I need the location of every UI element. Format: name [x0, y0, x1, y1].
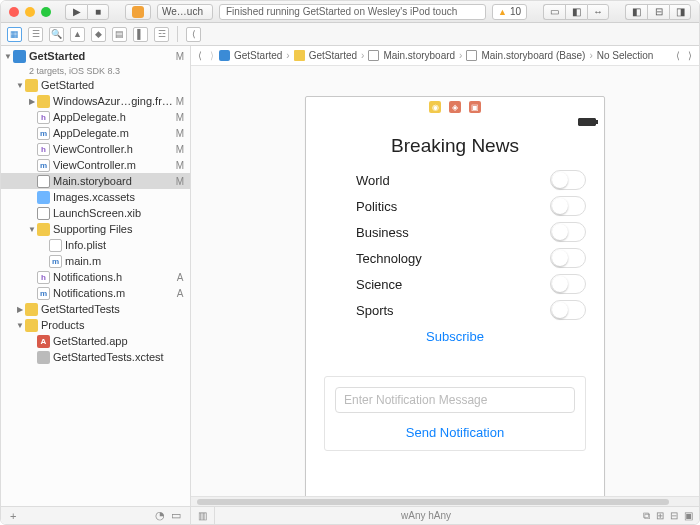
file-row[interactable]: ▼Supporting Files — [1, 221, 190, 237]
file-row[interactable]: mmain.m — [1, 253, 190, 269]
scene-dock[interactable]: ◉ ◈ ▣ — [306, 97, 604, 117]
recent-filter-icon[interactable]: ◔ — [155, 509, 165, 522]
xib-icon — [37, 207, 50, 220]
root-view[interactable]: Breaking News WorldPoliticsBusinessTechn… — [306, 129, 604, 496]
vc-icon[interactable]: ◉ — [429, 101, 441, 113]
crumb-1[interactable]: GetStarted — [309, 50, 357, 61]
issue-navigator-icon[interactable]: ▲ — [70, 27, 85, 42]
breakpoint-navigator-icon[interactable]: ▌ — [133, 27, 148, 42]
constraints-align-button[interactable]: ⊞ — [656, 510, 664, 522]
category-switch[interactable] — [550, 274, 586, 294]
category-switch[interactable] — [550, 248, 586, 268]
ib-canvas[interactable]: ◉ ◈ ▣ Breaking News WorldPoliticsBusines… — [191, 66, 699, 496]
file-row[interactable]: mViewController.mM — [1, 157, 190, 173]
scheme-icon — [132, 6, 144, 18]
right-panel-toggle[interactable]: ◨ — [669, 4, 691, 20]
category-switch[interactable] — [550, 300, 586, 320]
crumb-2[interactable]: Main.storyboard — [383, 50, 455, 61]
subscribe-button[interactable]: Subscribe — [324, 329, 586, 344]
size-class-control[interactable]: wAny hAny — [215, 510, 637, 521]
version-editor-button[interactable]: ↔ — [587, 4, 609, 20]
navigator-filter-bar: + ◔ ▭ — [1, 506, 190, 524]
prev-item-button[interactable]: ⟨ — [673, 50, 683, 61]
file-row[interactable]: mAppDelegate.mM — [1, 125, 190, 141]
history-back-button[interactable]: ⟨ — [195, 50, 205, 61]
standard-editor-button[interactable]: ▭ — [543, 4, 565, 20]
file-row[interactable]: ▼GetStarted — [1, 77, 190, 93]
disclosure-icon[interactable]: ▼ — [15, 321, 25, 330]
bottom-panel-toggle[interactable]: ⊟ — [647, 4, 669, 20]
next-item-button[interactable]: ⟩ — [685, 50, 695, 61]
file-row[interactable]: Images.xcassets — [1, 189, 190, 205]
test-navigator-icon[interactable]: ◆ — [91, 27, 106, 42]
main-split: ▼ GetStarted M 2 targets, iOS SDK 8.3 ▼G… — [1, 46, 699, 524]
file-row[interactable]: Main.storyboardM — [1, 173, 190, 189]
add-button[interactable]: + — [10, 510, 16, 522]
disclosure-icon[interactable]: ▶ — [15, 305, 25, 314]
file-row[interactable]: GetStartedTests.xctest — [1, 349, 190, 365]
disclosure-icon[interactable]: ▼ — [27, 225, 37, 234]
file-tree[interactable]: ▼ GetStarted M 2 targets, iOS SDK 8.3 ▼G… — [1, 46, 190, 506]
scm-status: A — [174, 288, 186, 299]
file-row[interactable]: Info.plist — [1, 237, 190, 253]
crumb-4[interactable]: No Selection — [597, 50, 654, 61]
scrollbar-thumb[interactable] — [197, 499, 669, 505]
constraints-resolve-button[interactable]: ⧉ — [643, 510, 650, 522]
run-button[interactable]: ▶ — [65, 4, 87, 20]
category-switch[interactable] — [550, 170, 586, 190]
first-responder-icon[interactable]: ◈ — [449, 101, 461, 113]
scm-status: M — [174, 128, 186, 139]
crumb-folder-icon — [294, 50, 305, 61]
project-root-row[interactable]: ▼ GetStarted M — [1, 48, 190, 64]
constraints-pin-button[interactable]: ⊟ — [670, 510, 678, 522]
file-row[interactable]: ▼Products — [1, 317, 190, 333]
category-switch[interactable] — [550, 222, 586, 242]
file-row[interactable]: hAppDelegate.hM — [1, 109, 190, 125]
close-icon[interactable] — [9, 7, 19, 17]
message-textfield[interactable]: Enter Notification Message — [335, 387, 575, 413]
zoom-icon[interactable] — [41, 7, 51, 17]
canvas-hscroll[interactable] — [191, 496, 699, 506]
exit-icon[interactable]: ▣ — [469, 101, 481, 113]
stop-button[interactable]: ■ — [87, 4, 109, 20]
file-row[interactable]: ▶GetStartedTests — [1, 301, 190, 317]
disclosure-icon[interactable]: ▼ — [3, 52, 13, 61]
minimize-icon[interactable] — [25, 7, 35, 17]
disclosure-icon[interactable]: ▼ — [15, 81, 25, 90]
warning-icon: ▲ — [498, 7, 507, 17]
m-icon: m — [37, 159, 50, 172]
project-name: GetStarted — [29, 50, 174, 62]
jump-bar[interactable]: ⟨ ⟩ GetStarted› GetStarted› Main.storybo… — [191, 46, 699, 66]
category-switch[interactable] — [550, 196, 586, 216]
view-controller-scene[interactable]: ◉ ◈ ▣ Breaking News WorldPoliticsBusines… — [305, 96, 605, 496]
file-row[interactable]: mNotifications.mA — [1, 285, 190, 301]
report-navigator-icon[interactable]: ☲ — [154, 27, 169, 42]
file-name: Notifications.m — [53, 287, 174, 299]
constraints-embed-button[interactable]: ▣ — [684, 510, 693, 522]
left-panel-toggle[interactable]: ◧ — [625, 4, 647, 20]
file-row[interactable]: ▶WindowsAzur…ging.frameworkM — [1, 93, 190, 109]
project-navigator-icon[interactable]: ▦ — [7, 27, 22, 42]
file-row[interactable]: LaunchScreen.xib — [1, 205, 190, 221]
file-row[interactable]: hNotifications.hA — [1, 269, 190, 285]
scheme-button[interactable] — [125, 4, 151, 20]
issues-button[interactable]: ▲ 10 — [492, 4, 527, 20]
disclosure-icon[interactable]: ▶ — [27, 97, 37, 106]
m-icon: m — [49, 255, 62, 268]
file-row[interactable]: hViewController.hM — [1, 141, 190, 157]
app-icon: A — [37, 335, 50, 348]
file-name: GetStarted — [41, 79, 174, 91]
scm-filter-icon[interactable]: ▭ — [171, 509, 181, 522]
outline-back-button[interactable]: ⟨ — [186, 27, 201, 42]
crumb-0[interactable]: GetStarted — [234, 50, 282, 61]
history-fwd-button[interactable]: ⟩ — [207, 50, 217, 61]
file-row[interactable]: AGetStarted.app — [1, 333, 190, 349]
debug-navigator-icon[interactable]: ▤ — [112, 27, 127, 42]
tab-button[interactable]: We…uch — [157, 4, 213, 20]
crumb-3[interactable]: Main.storyboard (Base) — [481, 50, 585, 61]
send-notification-button[interactable]: Send Notification — [335, 425, 575, 440]
assistant-editor-button[interactable]: ◧ — [565, 4, 587, 20]
outline-toggle-button[interactable]: ▥ — [191, 507, 215, 524]
find-navigator-icon[interactable]: 🔍 — [49, 27, 64, 42]
symbol-navigator-icon[interactable]: ☰ — [28, 27, 43, 42]
